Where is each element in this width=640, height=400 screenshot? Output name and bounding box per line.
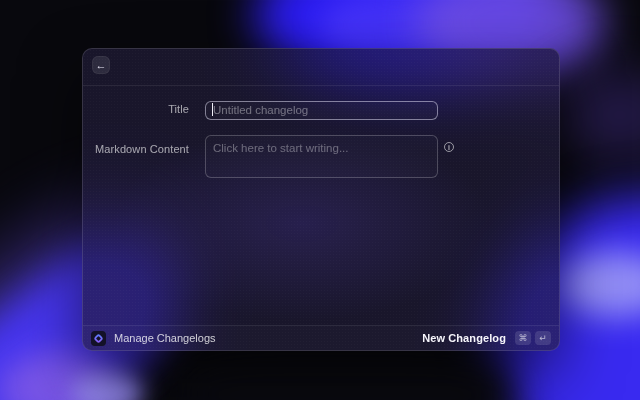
window-header: ←	[83, 49, 559, 86]
manage-changelogs-title: Manage Changelogs	[114, 332, 216, 344]
wallpaper-shape-periwinkle-bottom-left	[72, 372, 144, 400]
markdown-content-label: Markdown Content	[83, 143, 189, 155]
action-bar-left: Manage Changelogs	[91, 331, 216, 346]
text-caret	[212, 103, 213, 116]
wallpaper-shape-dark-bottom	[180, 355, 510, 400]
new-changelog-action[interactable]: New Changelog ⌘ ↵	[422, 331, 551, 345]
extension-icon	[91, 331, 106, 346]
window-glow	[83, 49, 559, 350]
diamond-ring-icon	[94, 334, 103, 343]
title-input[interactable]	[205, 101, 438, 120]
window-noise-texture	[83, 49, 559, 350]
changelog-form-window: ← Title Markdown Content i	[82, 48, 560, 351]
markdown-content-textarea[interactable]	[205, 135, 438, 178]
wallpaper-shape-haze-right	[555, 70, 640, 160]
desktop: ← Title Markdown Content i	[0, 0, 640, 400]
cmd-key-icon: ⌘	[515, 331, 531, 345]
back-button[interactable]: ←	[92, 56, 110, 74]
action-bar: Manage Changelogs New Changelog ⌘ ↵	[83, 325, 559, 350]
wallpaper-shape-violet-bottom-left	[0, 352, 115, 400]
new-changelog-label: New Changelog	[422, 332, 506, 344]
back-arrow-icon: ←	[96, 57, 107, 73]
wallpaper-shape-periwinkle-right	[558, 252, 640, 317]
title-label: Title	[83, 100, 189, 119]
enter-key-icon: ↵	[535, 331, 551, 345]
title-field-wrapper	[205, 100, 438, 119]
info-icon[interactable]: i	[444, 142, 454, 152]
